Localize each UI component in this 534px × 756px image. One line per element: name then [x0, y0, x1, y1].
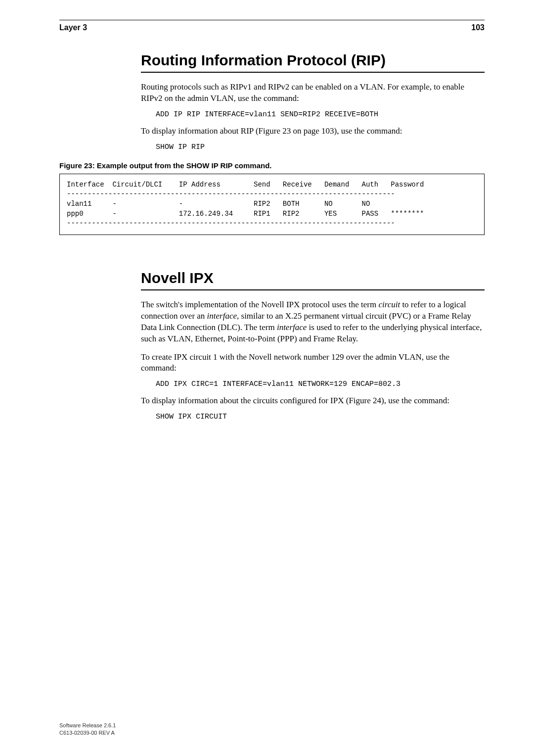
- ipx-title: Novell IPX: [141, 270, 485, 290]
- footer-docnum: C613-02039-00 REV A: [59, 729, 116, 736]
- figure-23-caption: Figure 23: Example output from the SHOW …: [59, 161, 485, 170]
- header-right: 103: [471, 23, 485, 32]
- rip-title: Routing Information Protocol (RIP): [141, 52, 485, 73]
- rip-command-1: ADD IP RIP INTERFACE=vlan11 SEND=RIP2 RE…: [156, 110, 485, 119]
- footer-release: Software Release 2.6.1: [59, 722, 116, 729]
- main-content: Routing Information Protocol (RIP) Routi…: [141, 52, 485, 421]
- ipx-command-1: ADD IPX CIRC=1 INTERFACE=vlan11 NETWORK=…: [156, 380, 485, 388]
- page-footer: Software Release 2.6.1 C613-02039-00 REV…: [59, 722, 116, 736]
- figure-23-output: Interface Circuit/DLCI IP Address Send R…: [59, 174, 485, 235]
- ipx-command-2: SHOW IPX CIRCUIT: [156, 413, 485, 421]
- rip-command-2: SHOW IP RIP: [156, 143, 485, 151]
- header-left: Layer 3: [59, 23, 87, 32]
- text-span: The switch's implementation of the Novel…: [141, 300, 378, 309]
- ipx-paragraph-3: To display information about the circuit…: [141, 395, 485, 407]
- italic-term: interface: [277, 323, 307, 332]
- page-header: Layer 3 103: [59, 23, 485, 32]
- top-rule: [59, 20, 485, 20]
- italic-term: interface: [207, 311, 237, 321]
- ipx-paragraph-1: The switch's implementation of the Novel…: [141, 299, 485, 345]
- italic-term: circuit: [378, 300, 400, 309]
- rip-paragraph-1: Routing protocols such as RIPv1 and RIPv…: [141, 82, 485, 104]
- ipx-paragraph-2: To create IPX circuit 1 with the Novell …: [141, 352, 485, 375]
- rip-paragraph-2: To display information about RIP (Figure…: [141, 126, 485, 137]
